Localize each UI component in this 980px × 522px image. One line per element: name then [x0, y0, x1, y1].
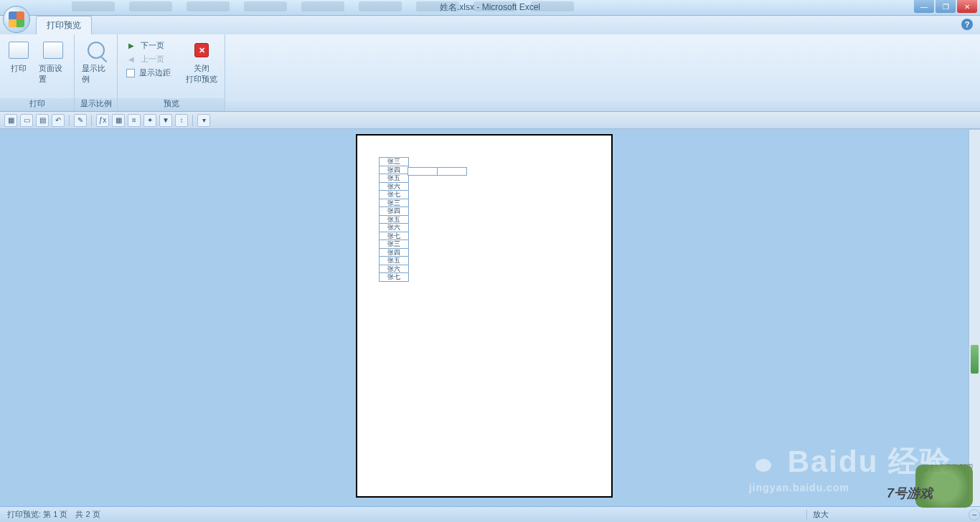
page-setup-button[interactable]: 页面设置	[34, 37, 71, 86]
quick-access-toolbar: ▦ ▭ ▤ ↶ ✎ ƒx ▦ ≡ ✦ ▼ ↕ ▾	[0, 112, 980, 129]
next-page-button[interactable]: ▶ 下一页	[126, 40, 171, 51]
close-preview-button[interactable]: ✕ 关闭 打印预览	[182, 37, 222, 86]
qat-undo-icon[interactable]: ↶	[52, 114, 65, 127]
office-logo-icon	[9, 11, 24, 27]
group-label-zoom: 显示比例	[75, 98, 117, 111]
qat-more-icon[interactable]: ▾	[197, 114, 210, 127]
qat-grid-icon[interactable]: ▦	[112, 114, 125, 127]
vertical-scrollbar[interactable]	[969, 130, 980, 506]
next-page-label: 下一页	[141, 40, 164, 51]
arrow-up-icon: ◀	[126, 54, 136, 65]
close-line2: 打印预览	[186, 74, 217, 85]
group-label-preview: 预览	[118, 98, 225, 111]
close-window-button[interactable]: ✕	[957, 0, 977, 13]
qat-align-icon[interactable]: ≡	[128, 114, 141, 127]
show-margins-label: 显示边距	[139, 67, 171, 78]
ribbon: 打印 页面设置 打印 显示比例 显示比例 ▶ 下一页	[0, 34, 980, 112]
close-line1: 关闭	[194, 63, 209, 74]
ribbon-group-preview: ▶ 下一页 ◀ 上一页 显示边距 ✕ 关闭 打印预览 预览	[118, 34, 225, 111]
help-icon[interactable]: ?	[961, 19, 973, 30]
ribbon-group-zoom: 显示比例 显示比例	[75, 34, 118, 111]
show-margins-checkbox[interactable]: 显示边距	[126, 67, 171, 78]
table-cell: 张七	[379, 272, 409, 282]
page-setup-label: 页面设置	[39, 63, 67, 85]
extra-selection	[408, 167, 467, 176]
qat-open-icon[interactable]: ▭	[20, 114, 33, 127]
window-title: 姓名.xlsx - Microsoft Excel	[440, 1, 540, 14]
arrow-down-icon: ▶	[126, 41, 136, 51]
qat-save-icon[interactable]: ▦	[4, 114, 17, 127]
tabstrip: 打印预览 ?	[0, 16, 980, 34]
preview-area[interactable]: 张三张四张五张六张七张三张四张五张六张七张三张四张五张六张七	[0, 130, 969, 506]
printer-icon	[9, 42, 29, 59]
titlebar: 姓名.xlsx - Microsoft Excel — ❐ ✕	[0, 0, 980, 16]
prev-page-label: 上一页	[141, 54, 164, 65]
statusbar: 打印预览: 第 1 页 共 2 页 放大 −	[0, 506, 980, 522]
print-button[interactable]: 打印	[3, 37, 34, 75]
checkbox-icon	[126, 69, 135, 77]
ribbon-group-print: 打印 页面设置 打印	[0, 34, 75, 111]
qat-paint-icon[interactable]: ✦	[143, 114, 156, 127]
status-page-info: 打印预览: 第 1 页 共 2 页	[0, 509, 108, 520]
group-label-print: 打印	[0, 98, 74, 111]
scrollbar-thumb[interactable]	[971, 345, 979, 374]
maximize-button[interactable]: ❐	[936, 0, 956, 13]
qat-filter-icon[interactable]: ▼	[159, 114, 172, 127]
tab-print-preview[interactable]: 打印预览	[36, 16, 92, 34]
zoom-out-icon[interactable]: −	[969, 509, 980, 521]
office-button[interactable]	[3, 6, 30, 33]
minimize-button[interactable]: —	[914, 0, 934, 13]
prev-page-button[interactable]: ◀ 上一页	[126, 54, 171, 65]
status-zoom-label[interactable]: 放大	[806, 509, 964, 520]
qat-fx-icon[interactable]: ƒx	[96, 114, 109, 127]
window-controls: — ❐ ✕	[914, 0, 977, 13]
magnifier-icon	[88, 42, 105, 59]
preview-table: 张三张四张五张六张七张三张四张五张六张七张三张四张五张六张七	[379, 158, 409, 282]
page-setup-icon	[43, 42, 63, 59]
zoom-label: 显示比例	[82, 63, 110, 85]
print-label: 打印	[11, 63, 27, 74]
qat-sort-icon[interactable]: ↕	[175, 114, 188, 127]
zoom-button[interactable]: 显示比例	[77, 37, 114, 86]
qat-new-icon[interactable]: ▤	[36, 114, 49, 127]
preview-page: 张三张四张五张六张七张三张四张五张六张七张三张四张五张六张七	[356, 134, 613, 498]
close-x-icon: ✕	[194, 43, 209, 57]
qat-pen-icon[interactable]: ✎	[74, 114, 87, 127]
